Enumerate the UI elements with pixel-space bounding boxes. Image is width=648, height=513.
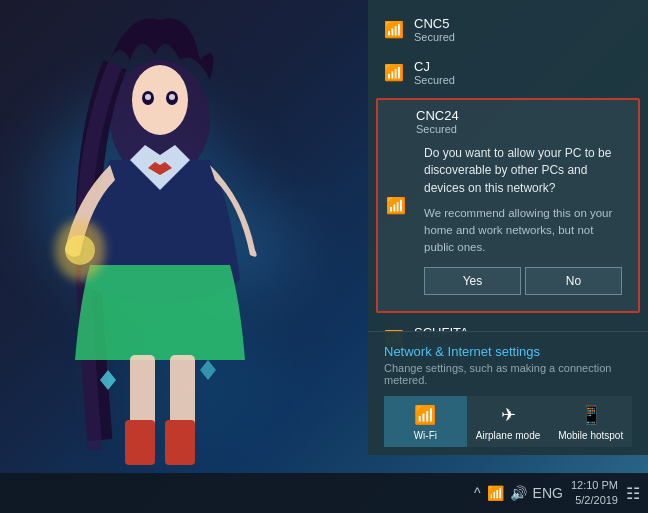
network-info-cnc5: CNC5 Secured (414, 16, 632, 43)
taskbar: ^ 📶 🔊 ENG 12:10 PM 5/2/2019 ☷ (0, 473, 648, 513)
svg-point-6 (65, 235, 95, 265)
discovery-buttons: Yes No (424, 267, 622, 295)
svg-rect-3 (125, 420, 155, 465)
hotspot-quick-label: Mobile hotspot (558, 430, 623, 441)
taskbar-network-icon[interactable]: 📶 (487, 485, 504, 501)
hotspot-quick-icon: 📱 (580, 404, 602, 426)
quick-actions: 📶 Wi-Fi ✈ Airplane mode 📱 Mobile hotspot (384, 396, 632, 447)
yes-button[interactable]: Yes (424, 267, 521, 295)
svg-marker-13 (200, 360, 216, 380)
network-item-cj[interactable]: 📶 CJ Secured (368, 51, 648, 94)
taskbar-time: 12:10 PM (571, 478, 618, 493)
wifi-quick-icon: 📶 (414, 404, 436, 426)
network-name-cnc5: CNC5 (414, 16, 632, 31)
airplane-quick-icon: ✈ (501, 404, 516, 426)
taskbar-chevron-icon[interactable]: ^ (474, 485, 481, 501)
quick-action-airplane[interactable]: ✈ Airplane mode (467, 396, 550, 447)
taskbar-volume-icon[interactable]: 🔊 (510, 485, 527, 501)
network-settings: Network & Internet settings Change setti… (368, 331, 648, 455)
network-info-cnc24: CNC24 Secured Do you want to allow your … (416, 108, 630, 303)
settings-subtitle: Change settings, such as making a connec… (384, 362, 632, 386)
no-button[interactable]: No (525, 267, 622, 295)
svg-point-7 (132, 65, 188, 135)
network-status-cnc5: Secured (414, 31, 632, 43)
wifi-icon-cj: 📶 (384, 65, 404, 81)
taskbar-lang-label[interactable]: ENG (533, 485, 563, 501)
taskbar-system-icons: ^ 📶 🔊 ENG (474, 485, 563, 501)
settings-title[interactable]: Network & Internet settings (384, 344, 632, 359)
network-status-cj: Secured (414, 74, 632, 86)
taskbar-clock[interactable]: 12:10 PM 5/2/2019 (571, 478, 618, 509)
taskbar-notification-icon[interactable]: ☷ (626, 484, 640, 503)
discovery-main-text: Do you want to allow your PC to be disco… (424, 145, 622, 197)
quick-action-hotspot[interactable]: 📱 Mobile hotspot (549, 396, 632, 447)
svg-point-11 (169, 94, 175, 100)
airplane-quick-label: Airplane mode (476, 430, 540, 441)
discovery-sub-text: We recommend allowing this on your home … (424, 205, 622, 255)
wifi-icon-cnc24: 📶 (386, 198, 406, 214)
network-item-cnc5[interactable]: 📶 CNC5 Secured (368, 8, 648, 51)
network-name-cj: CJ (414, 59, 632, 74)
discovery-prompt: Do you want to allow your PC to be disco… (416, 135, 630, 303)
quick-action-wifi[interactable]: 📶 Wi-Fi (384, 396, 467, 447)
wifi-icon-cnc5: 📶 (384, 22, 404, 38)
wifi-quick-label: Wi-Fi (414, 430, 437, 441)
network-status-cnc24: Secured (416, 123, 630, 135)
network-list: 📶 CNC5 Secured 📶 CJ Secured 📶 CNC24 Secu… (368, 0, 648, 368)
anime-character (0, 0, 370, 480)
svg-point-10 (145, 94, 151, 100)
svg-rect-4 (165, 420, 195, 465)
network-info-cj: CJ Secured (414, 59, 632, 86)
network-item-cnc24[interactable]: 📶 CNC24 Secured Do you want to allow you… (376, 98, 640, 313)
network-name-cnc24: CNC24 (416, 108, 630, 123)
taskbar-date: 5/2/2019 (571, 493, 618, 508)
